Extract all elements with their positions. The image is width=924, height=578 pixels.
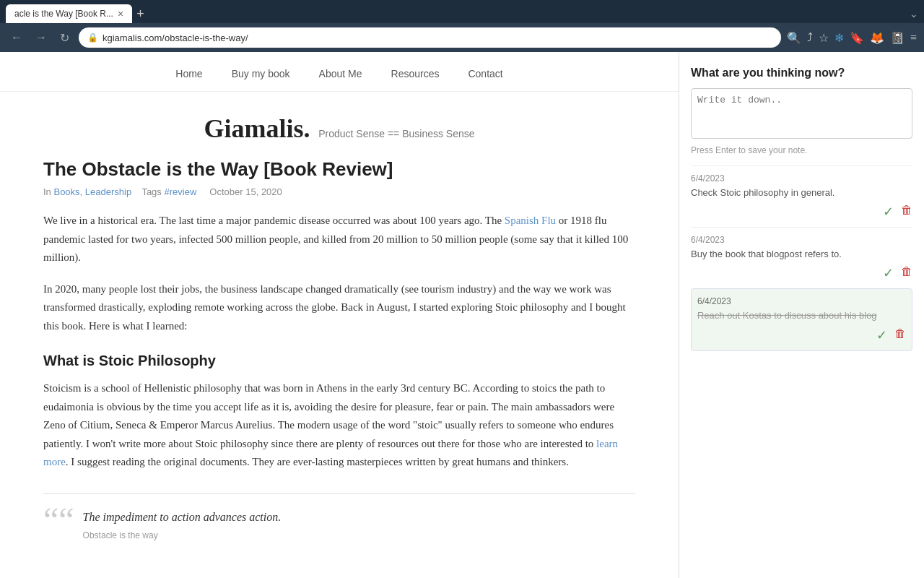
note-delete-3[interactable]: 🗑 bbox=[894, 327, 906, 343]
page-wrapper: Home Buy my book About Me Resources Cont… bbox=[0, 52, 924, 578]
spanish-flu-link[interactable]: Spanish Flu bbox=[505, 215, 556, 226]
nav-contact[interactable]: Contact bbox=[468, 68, 502, 79]
note-check-2[interactable]: ✓ bbox=[883, 265, 894, 281]
nav-links: Home Buy my book About Me Resources Cont… bbox=[0, 52, 679, 92]
address-bar[interactable]: 🔒 kgiamalis.com/obstacle-is-the-way/ bbox=[79, 27, 781, 48]
content-area: The Obstacle is the Way [Book Review] In… bbox=[0, 158, 679, 540]
url-text: kgiamalis.com/obstacle-is-the-way/ bbox=[103, 33, 248, 43]
nav-buy-my-book[interactable]: Buy my book bbox=[232, 68, 290, 79]
fox-icon[interactable]: 🦊 bbox=[870, 31, 884, 45]
section-divider bbox=[43, 493, 635, 494]
body-paragraph-1: We live in a historical era. The last ti… bbox=[43, 212, 635, 267]
note-actions-1: ✓ 🗑 bbox=[691, 204, 912, 220]
blockquote-content: The impediment to action advances action… bbox=[83, 509, 282, 540]
search-icon[interactable]: 🔍 bbox=[787, 31, 801, 45]
notebook-icon[interactable]: 📓 bbox=[890, 31, 905, 45]
note-text-1: Check Stoic philosophy in general. bbox=[691, 186, 912, 199]
note-check-3[interactable]: ✓ bbox=[876, 327, 887, 343]
menu-icon[interactable]: ≡ bbox=[910, 31, 917, 44]
back-button[interactable]: ← bbox=[7, 30, 26, 46]
sidebar: What are you thinking now? Press Enter t… bbox=[679, 52, 924, 578]
site-subtitle: Product Sense == Business Sense bbox=[318, 128, 474, 139]
note-date-1: 6/4/2023 bbox=[691, 173, 912, 184]
forward-button[interactable]: → bbox=[32, 30, 51, 46]
article-body: We live in a historical era. The last ti… bbox=[43, 212, 635, 540]
site-header: Giamalis. Product Sense == Business Sens… bbox=[0, 92, 679, 158]
meta-date: October 15, 2020 bbox=[209, 186, 282, 197]
note-actions-3: ✓ 🗑 bbox=[697, 327, 906, 343]
note-item-2: 6/4/2023 Buy the book that blogpost refe… bbox=[691, 227, 912, 288]
blockquote-source: Obstacle is the way bbox=[83, 530, 282, 540]
share-icon[interactable]: ⤴ bbox=[807, 31, 813, 44]
note-date-2: 6/4/2023 bbox=[691, 235, 912, 245]
active-tab[interactable]: acle is the Way [Book R... × bbox=[6, 4, 132, 23]
nav-home[interactable]: Home bbox=[175, 68, 202, 79]
note-delete-2[interactable]: 🗑 bbox=[901, 265, 912, 281]
site-title: Giamalis. bbox=[204, 114, 310, 143]
tab-title: acle is the Way [Book R... bbox=[14, 9, 113, 19]
notes-hint: Press Enter to save your note. bbox=[691, 145, 912, 155]
note-text-3: Reach out Kostas to discuss about his bl… bbox=[697, 309, 906, 322]
address-bar-row: ← → ↻ 🔒 kgiamalis.com/obstacle-is-the-wa… bbox=[0, 23, 924, 52]
note-date-3: 6/4/2023 bbox=[697, 296, 906, 306]
note-check-1[interactable]: ✓ bbox=[883, 204, 894, 220]
section-heading-stoic: What is Stoic Philosophy bbox=[43, 353, 635, 369]
blockquote-wrapper: ““ The impediment to action advances act… bbox=[43, 509, 635, 540]
article-meta: In Books, Leadership Tags #review Octobe… bbox=[43, 186, 635, 197]
nav-about-me[interactable]: About Me bbox=[319, 68, 362, 79]
new-tab-button[interactable]: + bbox=[136, 7, 144, 22]
lock-icon: 🔒 bbox=[87, 33, 98, 43]
toolbar-icons: 🔍 ⤴ ☆ ❄ 🔖 🦊 📓 ≡ bbox=[787, 31, 917, 45]
nav-resources[interactable]: Resources bbox=[391, 68, 440, 79]
meta-tag[interactable]: #review bbox=[164, 186, 196, 197]
note-delete-1[interactable]: 🗑 bbox=[901, 204, 912, 220]
snowflake-icon[interactable]: ❄ bbox=[834, 31, 844, 45]
note-item-1: 6/4/2023 Check Stoic philosophy in gener… bbox=[691, 165, 912, 227]
window-controls[interactable]: ⌄ bbox=[910, 8, 918, 20]
learn-more-link[interactable]: learn more bbox=[43, 438, 618, 468]
note-text-2: Buy the book that blogpost refers to. bbox=[691, 248, 912, 261]
notes-heading: What are you thinking now? bbox=[691, 66, 912, 79]
close-tab-button[interactable]: × bbox=[118, 8, 123, 20]
blockquote-text: The impediment to action advances action… bbox=[83, 509, 282, 526]
meta-category-books[interactable]: Books bbox=[53, 186, 79, 197]
quote-mark: ““ bbox=[43, 503, 74, 538]
reload-button[interactable]: ↻ bbox=[56, 30, 73, 46]
article-title: The Obstacle is the Way [Book Review] bbox=[43, 158, 635, 181]
note-actions-2: ✓ 🗑 bbox=[691, 265, 912, 281]
meta-category-leadership[interactable]: Leadership bbox=[85, 186, 131, 197]
notes-input[interactable] bbox=[691, 88, 912, 139]
site-nav: Home Buy my book About Me Resources Cont… bbox=[0, 52, 679, 92]
body-paragraph-2: In 2020, many people lost their jobs, th… bbox=[43, 280, 635, 336]
note-item-3: 6/4/2023 Reach out Kostas to discuss abo… bbox=[691, 288, 912, 350]
bookmark-icon[interactable]: 🔖 bbox=[850, 31, 864, 45]
star-icon[interactable]: ☆ bbox=[819, 31, 829, 45]
meta-in: In bbox=[43, 186, 51, 197]
main-content: Home Buy my book About Me Resources Cont… bbox=[0, 52, 679, 578]
meta-tags-label: Tags bbox=[141, 186, 161, 197]
section1-paragraph-1: Stoicism is a school of Hellenistic phil… bbox=[43, 379, 635, 472]
